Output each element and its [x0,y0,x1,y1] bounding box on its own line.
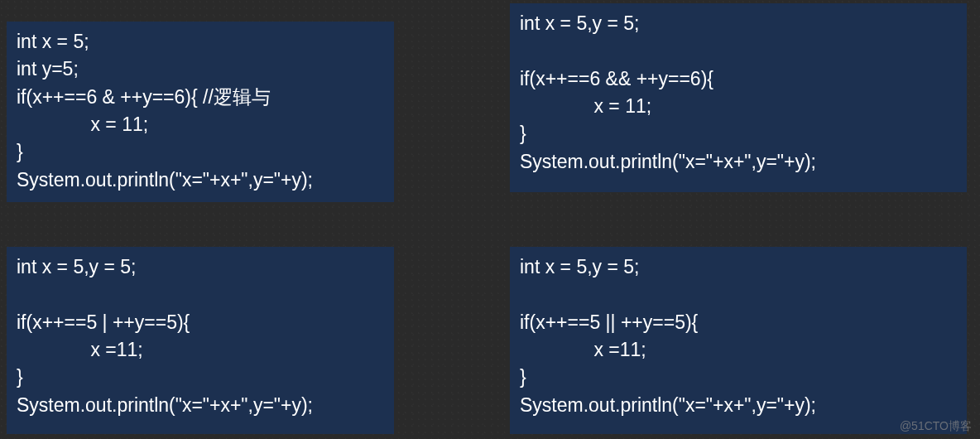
code-block-top-right: int x = 5,y = 5; if(x++==6 && ++y==6){ x… [510,3,967,192]
code-block-top-left: int x = 5; int y=5; if(x++==6 & ++y==6){… [7,22,394,202]
code-block-bottom-left: int x = 5,y = 5; if(x++==5 | ++y==5){ x … [7,247,394,434]
code-block-bottom-right: int x = 5,y = 5; if(x++==5 || ++y==5){ x… [510,247,967,434]
watermark: @51CTO博客 [900,419,972,434]
